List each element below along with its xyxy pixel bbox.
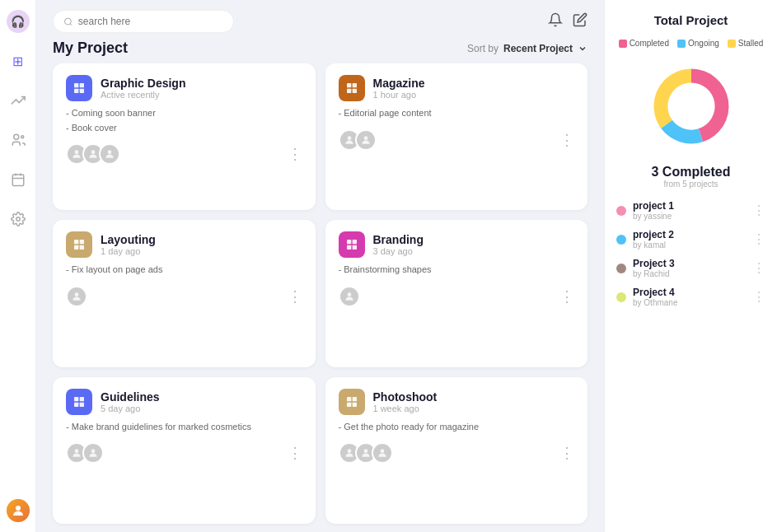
svg-point-6 bbox=[16, 217, 20, 222]
card-footer: ⋮ bbox=[339, 442, 575, 464]
notification-icon[interactable] bbox=[548, 12, 563, 31]
search-input[interactable] bbox=[78, 16, 223, 27]
project-name: Project 3 bbox=[633, 258, 746, 269]
svg-rect-40 bbox=[352, 397, 356, 401]
card-header: Magazine 1 hour ago bbox=[339, 75, 575, 101]
project-owner: by kamal bbox=[633, 240, 746, 250]
card-footer: ⋮ bbox=[339, 129, 575, 151]
sidebar-item-settings[interactable] bbox=[7, 208, 30, 231]
donut-stats: 3 Completed from 5 projects bbox=[651, 165, 730, 189]
project-grid: Graphic Design Active recently - Coming … bbox=[36, 63, 604, 532]
card-title: Guidelines bbox=[101, 390, 160, 404]
search-icon bbox=[63, 16, 73, 27]
more-options-icon[interactable]: ⋮ bbox=[288, 287, 302, 306]
card-time: 1 day ago bbox=[101, 246, 156, 256]
sidebar-item-team[interactable] bbox=[7, 128, 30, 152]
svg-rect-24 bbox=[80, 240, 84, 244]
svg-rect-2 bbox=[12, 175, 24, 186]
legend-item: Stalled bbox=[728, 39, 764, 48]
svg-point-16 bbox=[108, 151, 112, 155]
user-avatar[interactable] bbox=[7, 499, 30, 522]
legend-dot bbox=[728, 40, 736, 48]
avatar-group bbox=[339, 129, 377, 151]
svg-point-8 bbox=[64, 18, 71, 25]
card-time: Active recently bbox=[101, 90, 185, 100]
avatar bbox=[372, 442, 393, 464]
svg-point-27 bbox=[75, 292, 79, 296]
sidebar-item-analytics[interactable] bbox=[7, 89, 30, 112]
project-card-graphic-design[interactable]: Graphic Design Active recently - Coming … bbox=[53, 63, 316, 210]
svg-rect-30 bbox=[347, 245, 351, 250]
card-time: 5 day ago bbox=[101, 404, 160, 413]
project-name: project 2 bbox=[633, 229, 746, 240]
svg-rect-34 bbox=[80, 397, 84, 401]
project-icon bbox=[66, 389, 92, 415]
project-menu-icon[interactable]: ⋮ bbox=[752, 203, 765, 218]
project-card-photoshoot[interactable]: Photoshoot 1 week ago - Get the photo re… bbox=[325, 377, 588, 524]
avatar bbox=[99, 143, 120, 165]
more-options-icon[interactable]: ⋮ bbox=[288, 145, 302, 163]
header bbox=[36, 0, 604, 33]
app-logo: 🎧 bbox=[7, 10, 30, 33]
project-dot bbox=[616, 206, 626, 216]
sort-dropdown[interactable]: Sort by Recent Project bbox=[467, 43, 587, 54]
svg-point-7 bbox=[16, 506, 21, 511]
donut-segment bbox=[653, 69, 691, 128]
svg-rect-10 bbox=[74, 83, 78, 87]
content-header: My Project Sort by Recent Project bbox=[36, 33, 604, 63]
project-info: Project 3 by Rachid bbox=[633, 258, 746, 278]
svg-point-0 bbox=[13, 134, 18, 139]
svg-point-21 bbox=[347, 136, 351, 140]
card-footer: ⋮ bbox=[66, 143, 302, 165]
legend-dot bbox=[677, 40, 686, 48]
avatar-group bbox=[66, 286, 87, 307]
project-card-layouting[interactable]: Layouting 1 day ago - Fix layout on page… bbox=[53, 220, 316, 366]
card-time: 1 week ago bbox=[373, 404, 438, 413]
more-options-icon[interactable]: ⋮ bbox=[559, 444, 574, 462]
legend-label: Ongoing bbox=[688, 39, 719, 48]
card-title: Magazine bbox=[373, 77, 425, 90]
legend-label: Completed bbox=[630, 39, 669, 48]
svg-point-22 bbox=[363, 136, 367, 140]
card-description: - Get the photo ready for magazine bbox=[339, 420, 575, 435]
project-icon bbox=[339, 389, 365, 415]
svg-rect-11 bbox=[80, 83, 84, 87]
svg-point-38 bbox=[91, 450, 96, 454]
avatar bbox=[339, 286, 360, 307]
project-menu-icon[interactable]: ⋮ bbox=[752, 260, 765, 276]
sidebar-item-dashboard[interactable]: ⊞ bbox=[7, 49, 30, 72]
project-icon bbox=[66, 75, 92, 101]
svg-rect-31 bbox=[352, 245, 356, 250]
more-options-icon[interactable]: ⋮ bbox=[288, 444, 302, 462]
more-options-icon[interactable]: ⋮ bbox=[559, 287, 574, 306]
card-time: 3 day ago bbox=[373, 246, 424, 256]
chart-legend: CompletedOngoingStalled bbox=[619, 39, 764, 48]
project-owner: by Othmane bbox=[633, 298, 746, 307]
avatar-group bbox=[339, 286, 360, 307]
svg-line-9 bbox=[70, 23, 72, 25]
card-description: - Fix layout on page ads bbox=[66, 263, 302, 278]
project-list-item: project 1 by yassine ⋮ bbox=[616, 200, 765, 221]
sort-label: Sort by bbox=[467, 43, 498, 54]
right-panel: Total Project CompletedOngoingStalled 3 … bbox=[604, 0, 777, 532]
avatar-group bbox=[66, 143, 120, 165]
svg-rect-29 bbox=[352, 240, 356, 244]
project-card-branding[interactable]: Branding 3 day ago - Brainstorming shape… bbox=[325, 220, 588, 366]
more-options-icon[interactable]: ⋮ bbox=[559, 131, 574, 149]
avatar bbox=[355, 129, 377, 151]
svg-rect-17 bbox=[347, 83, 351, 87]
card-description: - Brainstorming shapes bbox=[339, 263, 575, 278]
edit-icon[interactable] bbox=[573, 12, 587, 31]
project-menu-icon[interactable]: ⋮ bbox=[752, 289, 765, 305]
search-bar[interactable] bbox=[53, 10, 234, 33]
project-card-guidelines[interactable]: Guidelines 5 day ago - Make brand guidel… bbox=[53, 377, 316, 524]
card-time: 1 hour ago bbox=[373, 90, 425, 100]
card-title: Layouting bbox=[101, 233, 156, 246]
sidebar-item-calendar[interactable] bbox=[7, 168, 30, 191]
project-card-magazine[interactable]: Magazine 1 hour ago - Editorial page con… bbox=[325, 63, 588, 210]
project-menu-icon[interactable]: ⋮ bbox=[752, 231, 765, 247]
svg-rect-26 bbox=[80, 245, 84, 250]
svg-point-44 bbox=[363, 450, 367, 454]
project-dot bbox=[616, 292, 626, 302]
svg-rect-13 bbox=[80, 89, 84, 93]
